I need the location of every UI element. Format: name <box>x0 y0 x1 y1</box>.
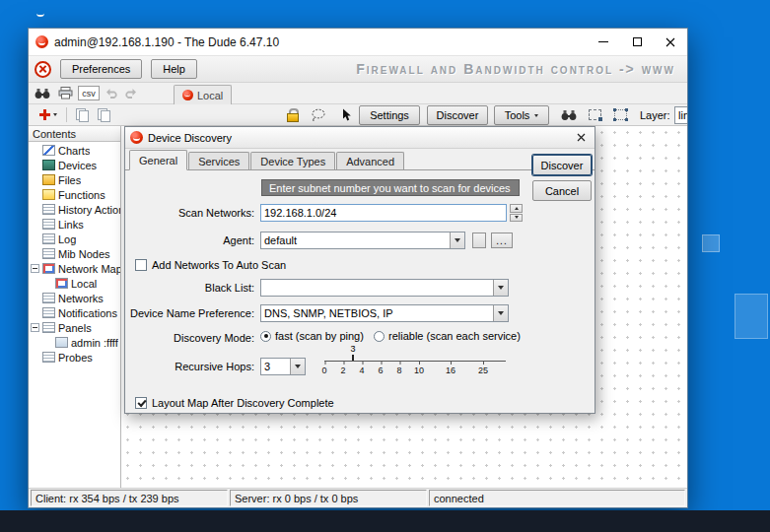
dialog-cancel-button[interactable]: Cancel <box>532 180 592 201</box>
desktop-background[interactable]: admin@192.168.1.190 - The Dude 6.47.10 P… <box>0 0 770 532</box>
recursive-hops-label: Recursive Hops: <box>125 361 254 372</box>
select-region-icon[interactable] <box>585 105 604 124</box>
lasso-select-icon[interactable] <box>309 105 328 124</box>
sidebar-item-history-actions[interactable]: History Actions <box>29 202 120 217</box>
dialog-title: Device Discovery <box>148 132 232 144</box>
auto-scan-checkbox[interactable]: Add Networks To Auto Scan <box>135 259 286 271</box>
sidebar-item-panels[interactable]: Panels <box>29 320 120 335</box>
contents-header[interactable]: Contents <box>29 126 120 142</box>
preferences-button[interactable]: Preferences <box>60 59 142 79</box>
dialog-titlebar[interactable]: Device Discovery <box>125 127 595 149</box>
dialog-discover-button[interactable]: Discover <box>532 155 592 175</box>
spin-up-icon[interactable] <box>510 204 523 213</box>
recursive-hops-value: 3 <box>261 361 290 372</box>
secondary-toolbar: csv Local <box>29 83 687 104</box>
sidebar-item-admin-session[interactable]: admin :ffff <box>29 335 120 350</box>
dropdown-arrow-icon[interactable] <box>493 305 508 321</box>
discover-button[interactable]: Discover <box>427 105 488 125</box>
document-icon <box>42 352 55 363</box>
discovery-mode-fast-radio[interactable]: fast (scan by ping) <box>260 330 364 342</box>
tab-general[interactable]: General <box>129 150 187 170</box>
tools-button[interactable]: Tools <box>494 105 549 125</box>
slider-tick-label: 10 <box>414 366 424 375</box>
scan-networks-spinner <box>510 204 523 222</box>
sidebar-item-mib-nodes[interactable]: Mib Nodes <box>29 246 120 261</box>
sidebar-item-log[interactable]: Log <box>29 232 120 246</box>
sidebar-item-files[interactable]: Files <box>29 172 120 187</box>
sidebar-item-network-maps[interactable]: Network Maps <box>29 261 120 276</box>
add-icon <box>39 109 50 120</box>
help-button[interactable]: Help <box>151 59 197 79</box>
black-list-combobox[interactable] <box>260 279 509 297</box>
scan-networks-input[interactable]: 192.168.1.0/24 <box>260 204 507 222</box>
layer-combobox[interactable]: link <box>674 106 688 124</box>
map-tab-local[interactable]: Local <box>174 85 232 104</box>
app-icon <box>35 35 48 48</box>
device-name-preference-label: Device Name Preference: <box>125 307 254 319</box>
recursive-hops-combobox[interactable]: 3 <box>260 358 306 375</box>
find-icon[interactable] <box>33 84 52 102</box>
dropdown-arrow-icon[interactable] <box>450 233 464 248</box>
dialog-icon <box>130 131 143 144</box>
dropdown-arrow-icon[interactable] <box>493 280 508 296</box>
discovery-mode-label: Discovery Mode: <box>125 332 254 344</box>
undo-icon[interactable] <box>104 84 120 102</box>
paste-icon[interactable] <box>94 105 113 124</box>
minimize-button[interactable] <box>587 29 620 55</box>
chevron-down-icon <box>534 114 538 117</box>
cursor-arrow-icon <box>341 108 352 122</box>
spin-down-icon[interactable] <box>510 214 523 223</box>
sidebar-item-local-map[interactable]: Local <box>29 276 120 291</box>
pointer-tool-icon[interactable] <box>336 105 356 124</box>
csv-export-button[interactable]: csv <box>78 86 100 100</box>
radio-unselected-icon <box>374 331 385 342</box>
disconnect-icon[interactable] <box>35 61 51 78</box>
titlebar[interactable]: admin@192.168.1.190 - The Dude 6.47.10 <box>29 29 687 56</box>
sidebar-item-functions[interactable]: Functions <box>29 187 120 202</box>
desktop-icon[interactable] <box>735 294 768 339</box>
agent-aux-button[interactable] <box>472 233 486 248</box>
zoom-region-icon[interactable] <box>610 105 630 124</box>
slider-value-label: 3 <box>350 344 355 354</box>
redo-icon[interactable] <box>121 84 138 102</box>
tab-device-types[interactable]: Device Types <box>250 152 335 169</box>
settings-button[interactable]: Settings <box>359 105 420 125</box>
copy-icon[interactable] <box>72 105 92 124</box>
recursive-hops-slider[interactable]: 3 0 2 4 6 8 10 16 25 <box>322 344 510 381</box>
toolbar-separator <box>66 107 67 122</box>
sidebar-item-devices[interactable]: Devices <box>29 158 120 172</box>
collapse-expander-icon[interactable] <box>31 323 39 332</box>
slider-tick-label: 6 <box>378 366 383 375</box>
collapse-expander-icon[interactable] <box>31 264 39 273</box>
discovery-mode-reliable-radio[interactable]: reliable (scan each service) <box>374 330 521 342</box>
print-icon[interactable] <box>55 84 75 102</box>
close-button[interactable] <box>654 29 687 55</box>
find-on-map-icon[interactable] <box>559 105 579 124</box>
maximize-button[interactable] <box>620 29 654 55</box>
sidebar-item-probes[interactable]: Probes <box>29 350 120 365</box>
taskbar[interactable] <box>0 510 770 532</box>
sidebar-item-networks[interactable]: Networks <box>29 291 120 305</box>
desktop-shortcut-dude-icon[interactable] <box>34 6 51 24</box>
agent-more-button[interactable]: ... <box>491 233 513 248</box>
dropdown-arrow-icon[interactable] <box>290 359 305 374</box>
document-icon <box>42 293 55 303</box>
sidebar-item-notifications[interactable]: Notifications <box>29 305 120 320</box>
desktop-icon[interactable] <box>702 234 720 252</box>
layout-map-checkbox[interactable]: Layout Map After Discovery Complete <box>135 397 334 409</box>
agent-combobox[interactable]: default <box>260 232 465 249</box>
sidebar-item-links[interactable]: Links <box>29 217 120 232</box>
sidebar-item-charts[interactable]: Charts <box>29 143 120 158</box>
device-name-preference-combobox[interactable]: DNS, SNMP, NETBIOS, IP <box>260 304 509 322</box>
printer-icon <box>58 87 73 100</box>
slider-tick-label: 25 <box>478 366 488 375</box>
tab-advanced[interactable]: Advanced <box>336 152 404 169</box>
document-icon <box>42 233 55 244</box>
tab-services[interactable]: Services <box>188 152 249 169</box>
dialog-close-button[interactable] <box>572 130 590 146</box>
map-tab-icon <box>182 90 193 100</box>
add-element-button[interactable] <box>35 105 62 124</box>
layer-value: link <box>675 109 688 121</box>
lock-icon[interactable] <box>283 105 303 124</box>
scan-networks-hint-tooltip: Enter subnet number you want to scan for… <box>261 179 520 196</box>
